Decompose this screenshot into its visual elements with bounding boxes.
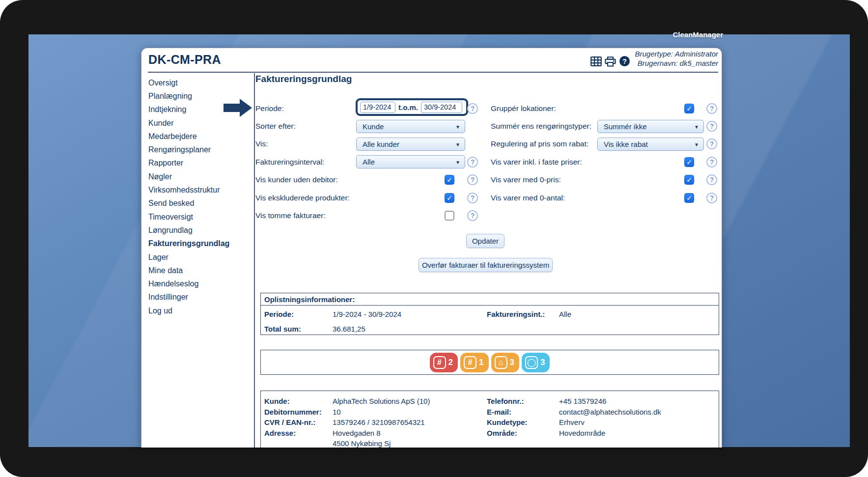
periode-separator: t.o.m. [398,103,418,112]
customer-row-2: CVR / EAN-nr.: 13579246 / 3210987654321 … [261,418,719,429]
screenshot-frame: CleanManager DK-CM-PRA Brugertype: Admin… [0,0,868,477]
summary-header: Oplistningsinformationer: [261,293,719,306]
customer-row-1: Debitornummer: 10 E-mail: contact@alphat… [261,408,719,419]
vis-kunder-uden-debitor-label: Vis kunder uden debitor: [255,175,338,184]
sidebar-divider [254,73,255,448]
table-icon[interactable] [590,56,602,66]
status-badge-1[interactable]: # 1 [460,353,488,372]
help-icon[interactable] [467,174,478,185]
status-badge-3[interactable]: ◯ 3 [522,353,550,372]
annotation-arrow-icon [224,99,252,117]
help-icon[interactable] [619,56,630,66]
summary-total-label: Total sum: [264,325,301,333]
sidebar-item-indstillinger[interactable]: Indstillinger [148,291,249,304]
sidebar-item-virksomhedsstruktur[interactable]: Virksomhedsstruktur [148,183,249,196]
summary-box: Oplistningsinformationer: Periode: 1/9-2… [260,293,719,335]
customer-info-box: Kunde: AlphaTech Solutions ApS (10) Tele… [260,391,719,448]
vis-kunder-uden-debitor-checkbox[interactable] [445,175,454,185]
overfor-fakturaer-button[interactable]: Overfør fakturaer til faktureringssystem [419,258,553,272]
app-title: DK-CM-PRA [148,53,221,67]
summer-ens-rengoringstyper-label: Summér ens rengøringstyper: [491,122,591,131]
vis-varer-faste-priser-checkbox[interactable] [684,157,694,167]
sidebar-item-medarbejdere[interactable]: Medarbejdere [148,130,249,143]
vis-dropdown[interactable]: Alle kunder [356,138,465,151]
sidebar-item-faktureringsgrundlag[interactable]: Faktureringsgrundlag [148,237,249,251]
help-icon[interactable] [706,193,717,203]
periode-to-input[interactable] [421,102,462,113]
summer-dropdown[interactable]: Summér ikke [597,120,704,133]
periode-label: Periode: [255,104,284,113]
sidebar-item-hændelseslog[interactable]: Hændelseslog [148,277,249,290]
vis-tomme-fakturaer-label: Vis tomme fakturaer: [255,211,326,220]
sorter-efter-dropdown[interactable]: Kunde [356,120,465,133]
sidebar-item-nøgler[interactable]: Nøgler [148,170,249,183]
print-icon[interactable] [605,56,616,67]
sidebar-item-løngrundlag[interactable]: Løngrundlag [148,224,249,237]
regulering-dropdown[interactable]: Vis ikke rabat [597,138,704,151]
status-badges-box: # 2 # 1 ⌂ 3 ◯ 3 [260,350,719,375]
cleanmanager-brand-label: CleanManager [672,30,723,39]
hash-icon: # [464,356,476,369]
page-title: Faktureringsgrundlag [255,74,352,84]
sidebar-item-send-besked[interactable]: Send besked [148,197,249,210]
vis-varer-0-pris-checkbox[interactable] [684,175,694,185]
help-icon[interactable] [706,121,717,132]
regulering-af-pris-label: Regulering af pris som rabat: [491,140,588,148]
sidebar-item-rengøringsplaner[interactable]: Rengøringsplaner [148,143,249,156]
status-badge-0[interactable]: # 2 [430,353,458,372]
sidebar-item-log-ud[interactable]: Log ud [148,304,249,317]
periode-highlight: t.o.m. [356,98,468,116]
status-badge-2[interactable]: ⌂ 3 [491,353,519,372]
hash-icon: # [433,356,446,369]
summary-interval-label: Faktureringsint.: [487,310,545,318]
sorter-efter-label: Sorter efter: [255,122,296,131]
help-icon[interactable] [706,174,717,185]
sidebar-item-rapporter[interactable]: Rapporter [148,157,249,170]
vis-varer-0-antal-label: Vis varer med 0-antal: [491,194,565,202]
user-type: Brugertype: Administrator [635,49,718,58]
header-divider [148,72,718,73]
summary-total-value: 36.681,25 [333,325,365,333]
help-icon[interactable] [706,157,717,168]
sidebar-item-kunder[interactable]: Kunder [148,116,249,130]
grupper-lokationer-label: Gruppér lokationer: [491,104,556,113]
sidebar-item-timeoversigt[interactable]: Timeoversigt [148,210,249,224]
periode-from-input[interactable] [360,102,395,113]
sidebar-item-oversigt[interactable]: Oversigt [148,76,249,89]
vis-tomme-fakturaer-checkbox[interactable] [445,211,454,221]
customer-row-3: Adresse: Hovedgaden 8 Område: Hovedområd… [261,429,719,440]
customer-row-0: Kunde: AlphaTech Solutions ApS (10) Tele… [261,397,719,408]
summary-periode-value: 1/9-2024 - 30/9-2024 [333,310,401,318]
summary-interval-value: Alle [559,310,571,318]
machine-icon: ◯ [525,356,538,369]
sidebar-item-lager[interactable]: Lager [148,251,249,264]
vis-varer-0-antal-checkbox[interactable] [684,193,694,203]
vis-label: Vis: [255,140,268,148]
vis-varer-faste-priser-label: Vis varer inkl. i faste priser: [491,158,582,167]
help-icon[interactable] [467,193,478,203]
faktureringsinterval-label: Faktureringsinterval: [255,158,324,167]
vis-varer-0-pris-label: Vis varer med 0-pris: [491,175,561,184]
user-name: Brugernavn: dk5_master [635,58,718,68]
help-icon[interactable] [706,139,717,149]
help-icon[interactable] [467,157,478,168]
help-icon[interactable] [467,210,478,221]
help-icon[interactable] [706,103,717,114]
customer-row-4: 4500 Nykøbing Sj [261,439,719,448]
summary-periode-label: Periode: [264,310,294,318]
house-icon: ⌂ [495,356,507,369]
vis-ekskluderede-produkter-checkbox[interactable] [445,193,454,203]
faktureringsinterval-dropdown[interactable]: Alle [356,155,465,168]
opdater-button[interactable]: Opdater [466,234,504,248]
sidebar-item-mine-data[interactable]: Mine data [148,264,249,277]
grupper-lokationer-checkbox[interactable] [684,104,694,113]
vis-ekskluderede-produkter-label: Vis ekskluderede produkter: [255,194,350,202]
user-info: Brugertype: Administrator Brugernavn: dk… [635,49,718,68]
help-icon[interactable] [467,103,478,114]
